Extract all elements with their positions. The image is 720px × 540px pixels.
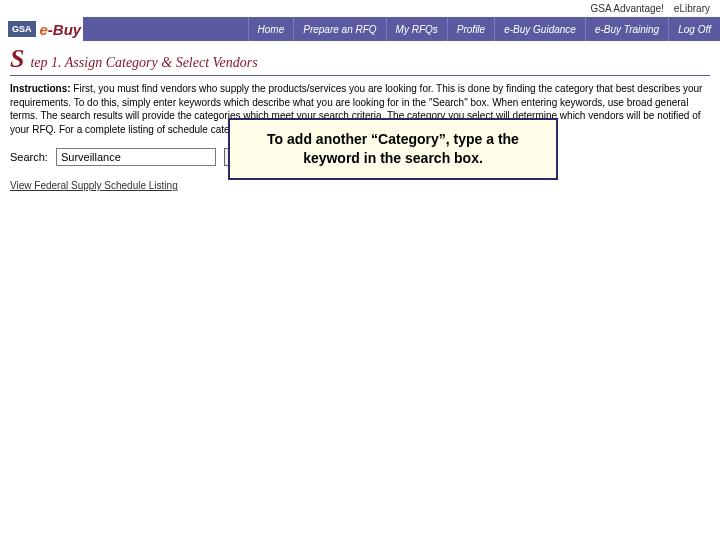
heading-divider xyxy=(10,75,710,76)
tutorial-callout: To add another “Category”, type a the ke… xyxy=(228,118,558,180)
ebuy-e: e xyxy=(40,21,48,38)
nav-logoff[interactable]: Log Off xyxy=(668,17,720,41)
nav-training[interactable]: e-Buy Training xyxy=(585,17,668,41)
nav-guidance[interactable]: e-Buy Guidance xyxy=(494,17,585,41)
header-bar: GSA e-Buy Home Prepare an RFQ My RFQs Pr… xyxy=(0,17,720,41)
top-utility-links: GSA Advantage! eLibrary xyxy=(0,0,720,17)
step-heading: S tep 1. Assign Category & Select Vendor… xyxy=(0,41,720,75)
instructions-label: Instructions: xyxy=(10,83,71,94)
step-heading-initial: S xyxy=(10,49,24,70)
search-input[interactable] xyxy=(56,148,216,166)
search-label: Search: xyxy=(10,151,48,163)
logo: GSA e-Buy xyxy=(0,17,83,41)
gsa-badge: GSA xyxy=(8,21,36,37)
view-schedule-listing-link[interactable]: View Federal Supply Schedule Listing xyxy=(0,176,188,195)
nav-home[interactable]: Home xyxy=(248,17,294,41)
main-nav: Home Prepare an RFQ My RFQs Profile e-Bu… xyxy=(248,17,720,41)
nav-my-rfqs[interactable]: My RFQs xyxy=(386,17,447,41)
step-heading-text: tep 1. Assign Category & Select Vendors xyxy=(30,55,257,71)
nav-prepare-rfq[interactable]: Prepare an RFQ xyxy=(293,17,385,41)
ebuy-buy: -Buy xyxy=(48,21,81,38)
nav-profile[interactable]: Profile xyxy=(447,17,494,41)
link-gsa-advantage[interactable]: GSA Advantage! xyxy=(590,3,663,14)
ebuy-wordmark: e-Buy xyxy=(40,21,82,38)
link-elibrary[interactable]: eLibrary xyxy=(674,3,710,14)
